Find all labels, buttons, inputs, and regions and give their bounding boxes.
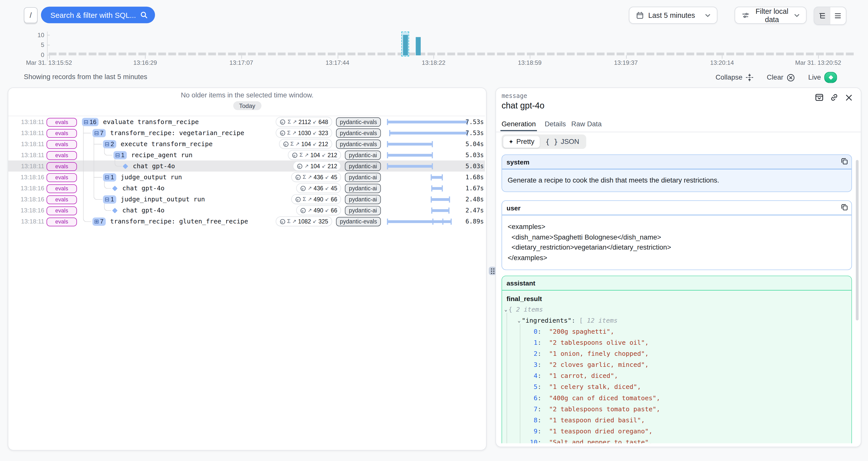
pretty-mode-button[interactable]: ✦ Pretty	[503, 136, 540, 147]
today-button[interactable]: Today	[233, 101, 261, 110]
trace-row[interactable]: 13:18:16evalschat gpt-4o↗436↙45pydantic-…	[8, 183, 485, 193]
x-axis-tick	[722, 55, 722, 59]
trace-list-panel: No older items in the selected time wind…	[8, 87, 487, 451]
trace-row[interactable]: 13:18:16evalschat gpt-4o↗490↙66pydantic-…	[8, 205, 485, 216]
package-tag[interactable]: pydantic-evals	[336, 128, 381, 137]
package-tag[interactable]: pydantic-ai	[345, 173, 381, 182]
scrollbar-thumb[interactable]	[856, 160, 859, 320]
time-range-select[interactable]: Last 5 minutes	[629, 6, 718, 24]
trace-row[interactable]: 13:18:11evals⊟7transform_recipe: vegetar…	[8, 127, 485, 139]
tree-connector	[93, 176, 102, 177]
aggregate-sigma-icon: Σ	[299, 152, 303, 158]
evals-tag[interactable]: evals	[46, 128, 77, 137]
span-name: chat gpt-4o	[122, 184, 164, 192]
trace-row[interactable]: 13:18:11evals⊟1recipe_agent runΣ↗104↙212…	[8, 149, 485, 160]
row-meta: ↗104↙212pydantic-ai	[293, 161, 381, 171]
json-mode-button[interactable]: { } JSON	[540, 136, 585, 147]
trace-row[interactable]: 13:18:11evals⊟2execute transform_recipeΣ…	[8, 139, 485, 149]
json-line: 4: "1 carrot, diced",	[502, 370, 851, 381]
package-tag[interactable]: pydantic-ai	[345, 194, 381, 204]
clear-button[interactable]: Clear	[767, 73, 795, 82]
tree-connector	[93, 136, 102, 199]
histogram-bar[interactable]	[403, 35, 408, 56]
tokens-coin-icon	[300, 185, 306, 191]
collapse-toggle-badge[interactable]: ⊟7	[92, 128, 106, 137]
trace-row[interactable]: 13:18:11evalschat gpt-4o↗104↙212pydantic…	[8, 160, 485, 172]
row-timestamp: 13:18:11	[16, 152, 44, 158]
json-label: JSON	[561, 138, 579, 146]
collapse-toggle-badge[interactable]: ⊟2	[103, 140, 116, 148]
trace-row[interactable]: 13:18:11evals⊟16evaluate transform_recip…	[8, 116, 485, 127]
copy-button[interactable]	[841, 204, 848, 211]
evals-tag[interactable]: evals	[46, 140, 77, 149]
panel-splitter[interactable]	[486, 87, 495, 446]
package-tag[interactable]: pydantic-evals	[336, 217, 381, 226]
json-string: "2 tablespoons olive oil",	[549, 339, 649, 346]
copy-link-button[interactable]	[830, 93, 839, 102]
tab-generation[interactable]: Generation	[502, 120, 536, 128]
package-tag[interactable]: pydantic-evals	[336, 117, 381, 126]
row-tree-cell: ⊟7transform_recipe: vegetarian_recipe	[82, 127, 244, 139]
y-axis-label: 0	[30, 52, 44, 58]
drag-handle-icon[interactable]	[489, 267, 496, 275]
collapse-toggle-badge[interactable]: ⊟1	[114, 151, 127, 159]
package-tag[interactable]: pydantic-ai	[345, 184, 381, 193]
trace-row[interactable]: 13:18:11evals⊞7transform_recipe: gluten_…	[8, 216, 485, 227]
messages-scroll-area[interactable]: system Generate a recipe to cook the dis…	[496, 150, 861, 443]
close-panel-button[interactable]	[845, 93, 853, 102]
trace-row[interactable]: 13:18:16evals⊟1judge_input_output runΣ↗4…	[8, 193, 485, 205]
y-axis-label: 5	[30, 41, 44, 48]
list-view-button[interactable]	[830, 7, 846, 24]
live-toggle-indicator-icon	[824, 72, 837, 83]
live-toggle[interactable]: Live	[808, 72, 837, 83]
evals-tag[interactable]: evals	[46, 118, 77, 126]
collapse-toggle-badge[interactable]: ⊞7	[92, 217, 106, 225]
input-tokens-value: 104	[310, 163, 320, 169]
open-in-tray-button[interactable]	[815, 93, 824, 102]
evals-tag[interactable]: evals	[46, 206, 77, 215]
tab-details[interactable]: Details	[545, 120, 566, 128]
evals-tag[interactable]: evals	[46, 173, 77, 182]
y-axis-tick	[47, 35, 50, 35]
input-tokens-value: 436	[314, 185, 323, 191]
evals-tag[interactable]: evals	[46, 217, 77, 226]
collapse-button[interactable]: Collapse	[716, 73, 753, 81]
evals-tag[interactable]: evals	[46, 195, 77, 204]
row-timestamp: 13:18:11	[16, 141, 44, 147]
json-token: :	[537, 394, 549, 402]
json-string: "400g can of diced tomatoes",	[549, 394, 660, 402]
tab-raw-data[interactable]: Raw Data	[571, 120, 602, 128]
evals-tag[interactable]: evals	[46, 184, 77, 193]
list-icon	[834, 12, 842, 19]
top-bar: / Search & filter with SQL... Last 5 min…	[0, 0, 868, 30]
evals-tag[interactable]: evals	[46, 162, 77, 171]
collapse-toggle-badge[interactable]: ⊟1	[103, 195, 116, 204]
activity-histogram[interactable]: 1050Mar 31. 13:15:5213:16:2913:17:0713:1…	[0, 29, 868, 67]
package-tag[interactable]: pydantic-ai	[345, 150, 381, 159]
collapse-toggle-badge[interactable]: ⊟16	[82, 118, 98, 126]
span-name: judge_input_output run	[121, 195, 205, 203]
collapse-toggle-badge[interactable]: ⊟1	[103, 173, 116, 181]
search-button[interactable]: Search & filter with SQL...	[41, 6, 155, 23]
span-name: evaluate transform_recipe	[103, 118, 199, 126]
trace-row[interactable]: 13:18:16evals⊟1judge_output runΣ↗436↙45p…	[8, 172, 485, 183]
copy-button[interactable]	[841, 158, 848, 165]
output-tokens-value: 66	[331, 196, 337, 202]
tree-view-button[interactable]	[814, 7, 830, 24]
histogram-bar[interactable]	[416, 37, 421, 56]
filter-value: Filter local data	[754, 7, 790, 24]
output-tokens-arrow-icon: ↙	[322, 152, 326, 157]
filter-local-data-select[interactable]: Filter local data	[735, 6, 807, 24]
evals-tag[interactable]: evals	[46, 151, 77, 160]
slash-shortcut-key[interactable]: /	[24, 7, 38, 23]
view-mode-toggle	[814, 6, 846, 25]
package-tag[interactable]: pydantic-ai	[345, 206, 381, 215]
tree-connector	[83, 132, 91, 133]
output-tokens-arrow-icon: ↙	[325, 208, 329, 213]
copy-icon	[841, 204, 848, 211]
package-tag[interactable]: pydantic-evals	[336, 139, 381, 148]
showing-records-text: Showing records from the last 5 minutes	[24, 73, 148, 81]
system-role-label: system	[506, 158, 529, 166]
package-tag[interactable]: pydantic-ai	[345, 161, 381, 171]
duration-bar-tick	[432, 218, 433, 224]
